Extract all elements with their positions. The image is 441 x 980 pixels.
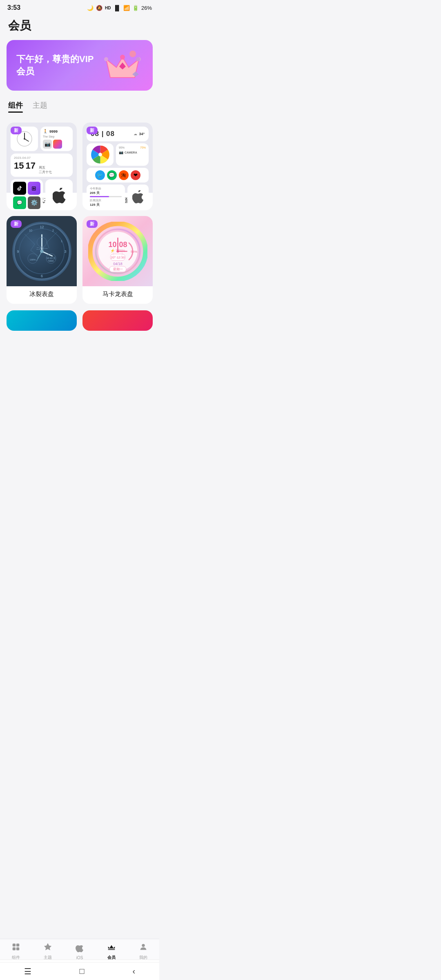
page-title: 会员 bbox=[0, 14, 159, 40]
signal-icon: ▐▌ bbox=[114, 5, 121, 11]
svg-text:2: 2 bbox=[52, 229, 54, 232]
td-battery-row: 95% 75% bbox=[119, 146, 146, 149]
widget-grid: 新 bbox=[0, 119, 159, 310]
widget-3d-desktop[interactable]: 新 08 | 08 ☁ 34° bbox=[82, 122, 153, 210]
vip-banner[interactable]: 下午好，尊贵的VIP会员 bbox=[7, 40, 153, 91]
status-bar: 3:53 🌙 🔕 HD ▐▌ 📶 🔋 26% bbox=[0, 0, 159, 14]
settings-icon: ⚙️ bbox=[28, 196, 41, 209]
day1: 15 bbox=[14, 160, 24, 171]
svg-point-3 bbox=[104, 57, 108, 61]
camera-label: CAMERA bbox=[125, 151, 137, 154]
vip-greeting: 下午好，尊贵的VIP会员 bbox=[16, 53, 102, 78]
tab-widgets[interactable]: 组件 bbox=[8, 100, 23, 113]
svg-point-11 bbox=[24, 138, 25, 140]
partial-item-1 bbox=[7, 310, 77, 331]
svg-point-46 bbox=[116, 250, 119, 252]
svg-text:3: 3 bbox=[64, 249, 66, 254]
new-badge-ice: 新 bbox=[11, 220, 22, 228]
td-apple bbox=[127, 185, 149, 209]
widget-ios-style[interactable]: 新 bbox=[7, 122, 77, 210]
step-count: 9999 bbox=[49, 129, 58, 134]
svg-point-5 bbox=[129, 51, 136, 57]
vip-decoration bbox=[102, 49, 143, 82]
svg-text:5600: 5600 bbox=[48, 260, 54, 262]
ios-apple bbox=[45, 179, 73, 210]
ios-camera-photo: 📷 bbox=[43, 140, 70, 149]
ios-apps: ⊞ 💬 ⚙️ bbox=[11, 179, 43, 210]
tabs-container: 组件 主题 bbox=[0, 100, 159, 113]
widget-macaron-preview: 新 bbox=[82, 216, 153, 286]
partial-item-2 bbox=[82, 310, 153, 331]
widget-ice-preview: 新 12 3 6 9 bbox=[7, 216, 77, 286]
svg-text:04/18: 04/18 bbox=[113, 262, 122, 266]
svg-text:10:10 五: 10:10 五 bbox=[46, 257, 56, 259]
svg-text:二月十一: 二月十一 bbox=[36, 247, 47, 250]
status-time: 3:53 bbox=[7, 4, 20, 11]
widget-macaron-clock[interactable]: 新 bbox=[82, 216, 153, 304]
svg-text:20° 12:30: 20° 12:30 bbox=[111, 256, 125, 259]
widget-ice-clock[interactable]: 新 12 3 6 9 bbox=[7, 216, 77, 304]
td-app1: 🐦 bbox=[95, 170, 105, 180]
svg-text:100%: 100% bbox=[29, 258, 36, 261]
td-battery-pct: 95% bbox=[119, 146, 125, 149]
svg-text:10: 10 bbox=[29, 229, 32, 232]
svg-text:6: 6 bbox=[40, 274, 42, 278]
hd-icon: HD bbox=[105, 6, 111, 10]
td-camera-row: 📷 CAMERA bbox=[119, 150, 146, 154]
layout-icon: ⊞ bbox=[28, 182, 41, 195]
svg-point-6 bbox=[136, 57, 140, 61]
wifi-icon: 📶 bbox=[123, 5, 130, 11]
moon-icon: 🌙 bbox=[87, 5, 94, 11]
savings-bar bbox=[90, 196, 122, 197]
ios-date-nums: 15 17 周五 二月十七 bbox=[14, 160, 69, 174]
widget-3d-preview: 新 08 | 08 ☁ 34° bbox=[82, 122, 153, 193]
svg-text:56%: 56% bbox=[131, 250, 137, 254]
td-bottom-row: 今年剩余 205 天 距离国庆 125 天 bbox=[87, 185, 149, 209]
battery-pct: 26% bbox=[141, 5, 152, 11]
ios-step: 🚶 9999 The Step 📷 bbox=[40, 127, 73, 151]
mute-icon: 🔕 bbox=[96, 5, 102, 11]
ios-date-label: 2023-04-07 bbox=[14, 156, 69, 160]
td-charge: 75% bbox=[140, 146, 146, 149]
ios-row2: 2023-04-07 15 17 周五 二月十七 bbox=[11, 154, 73, 177]
td-weather-mini: ☁ 34° bbox=[134, 132, 145, 136]
battery-icon: 🔋 bbox=[132, 5, 139, 11]
td-stats: 95% 75% 📷 CAMERA bbox=[116, 143, 149, 166]
tab-themes[interactable]: 主题 bbox=[33, 100, 47, 113]
svg-point-12 bbox=[98, 153, 102, 156]
ice-clock-container: 12 3 6 9 10 2 1 bbox=[12, 222, 71, 281]
ios-row3: ⊞ 💬 ⚙️ bbox=[11, 179, 73, 210]
ios-step-top: 🚶 9999 bbox=[43, 129, 70, 134]
widget-ios-preview: 新 bbox=[7, 122, 77, 193]
svg-point-1 bbox=[120, 55, 125, 60]
macaron-clock-container: 10:08 ⚡ 100% 20° 12:30 04/18 星期一 bbox=[88, 222, 147, 281]
ios-date-cell: 2023-04-07 15 17 周五 二月十七 bbox=[11, 154, 73, 177]
svg-text:9: 9 bbox=[17, 249, 19, 254]
wechat-icon: 💬 bbox=[13, 196, 26, 209]
td-app2: 💬 bbox=[107, 170, 117, 180]
td-apps-row: 🐦 💬 淘 ❤ bbox=[87, 168, 149, 183]
camera-mini-icon: 📷 bbox=[43, 140, 52, 149]
td-app4: ❤ bbox=[131, 170, 140, 180]
td-main-row: 95% 75% 📷 CAMERA bbox=[87, 143, 149, 166]
svg-text:1: 1 bbox=[61, 240, 62, 243]
svg-text:星期一: 星期一 bbox=[113, 267, 122, 271]
svg-point-28 bbox=[40, 249, 43, 253]
new-badge-3d: 新 bbox=[87, 127, 98, 134]
photos-mini-icon bbox=[53, 140, 62, 149]
new-badge-ios: 新 bbox=[11, 127, 22, 134]
status-icons: 🌙 🔕 HD ▐▌ 📶 🔋 26% bbox=[87, 5, 152, 11]
step-label: The Step bbox=[43, 135, 70, 138]
partial-items-row bbox=[0, 310, 159, 334]
td-savings: 今年剩余 205 天 距离国庆 125 天 bbox=[87, 185, 125, 209]
widget-macaron-label: 马卡龙表盘 bbox=[82, 286, 153, 304]
widget-ice-label: 冰裂表盘 bbox=[7, 286, 77, 304]
new-badge-macaron: 新 bbox=[87, 220, 98, 228]
svg-text:12: 12 bbox=[40, 225, 44, 229]
td-app3: 淘 bbox=[119, 170, 129, 180]
td-pinwheel bbox=[87, 143, 114, 166]
tiktok-icon bbox=[13, 182, 26, 195]
day2: 17 bbox=[25, 160, 35, 171]
ios-weekday: 周五 二月十七 bbox=[39, 165, 52, 174]
